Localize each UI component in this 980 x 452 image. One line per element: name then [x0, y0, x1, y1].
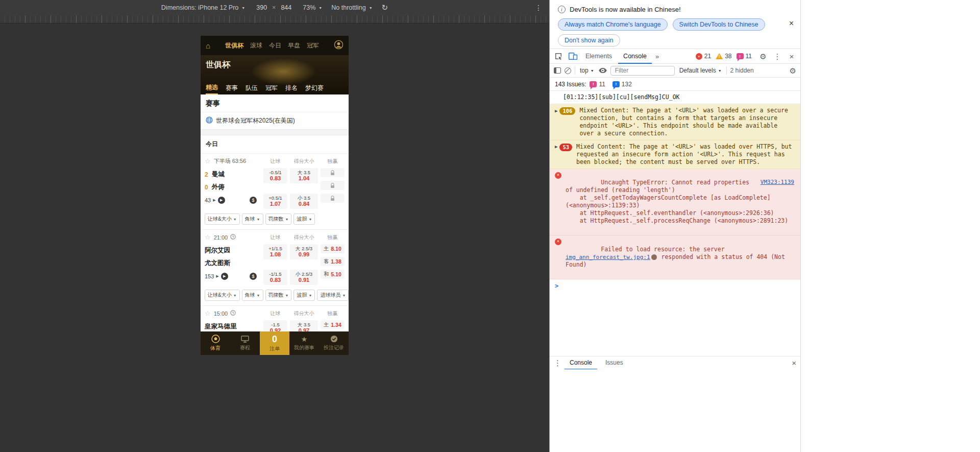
log-levels-selector[interactable]: Default levels ▼	[678, 67, 723, 74]
nav-live[interactable]: 滚球	[250, 41, 262, 50]
tab-teams[interactable]: 队伍	[246, 81, 258, 94]
win-odds-cell[interactable]: 和 5.10	[321, 270, 345, 279]
handicap-odds-cell[interactable]: +1/1.5 1.08	[263, 244, 287, 259]
nav-today[interactable]: 今日	[269, 41, 281, 50]
viewport-height-input[interactable]: 844	[279, 4, 293, 12]
hidden-messages-label[interactable]: 2 hidden	[730, 67, 754, 74]
page-messages-count[interactable]: ! 132	[612, 81, 632, 88]
page-errors-count[interactable]: ! 11	[590, 81, 605, 88]
tab-ranking[interactable]: 排名	[285, 81, 298, 94]
favorite-star-icon[interactable]: ☆	[205, 233, 211, 241]
drawer-menu-icon[interactable]: ⋮	[554, 359, 561, 367]
odds-value: 1.04	[299, 175, 309, 182]
console-prompt-row[interactable]: >	[550, 279, 800, 293]
dont-show-again-button[interactable]: Don't show again	[558, 34, 620, 46]
handicap-odds-cell[interactable]: -0.5/1 0.83	[263, 168, 287, 183]
drawer-tab-console[interactable]: Console	[565, 356, 597, 370]
market-dropdown[interactable]: 角球▼	[242, 213, 263, 225]
resource-hint-icon[interactable]	[651, 254, 657, 260]
bottomnav-bet-history[interactable]: 投注记录	[319, 331, 349, 355]
market-dropdown[interactable]: 罚牌数▼	[265, 213, 292, 225]
handicap-odds-cell[interactable]: -1/1.5 0.83	[263, 270, 287, 285]
tab-featured[interactable]: 精选	[206, 81, 218, 94]
expand-icon[interactable]: ▶	[555, 144, 557, 150]
chevron-down-icon: ▼	[369, 6, 373, 10]
match-status: 下半场 63:56	[214, 157, 247, 165]
market-dropdown[interactable]: 波胆▼	[293, 213, 315, 225]
profile-icon[interactable]	[334, 40, 344, 52]
device-select[interactable]: Dimensions: iPhone 12 Pro ▼	[161, 4, 245, 11]
console-sidebar-icon[interactable]	[554, 67, 561, 74]
market-dropdown[interactable]: 罚牌数▼	[265, 290, 292, 301]
bottomnav-label: 注单	[270, 345, 280, 352]
league-row[interactable]: 世界球会冠军杯2025(在美国)	[201, 112, 349, 129]
expand-icon[interactable]: ▶	[555, 108, 557, 114]
console-settings-gear-icon[interactable]: ⚙	[790, 67, 796, 75]
viewport-width-input[interactable]: 390	[254, 4, 269, 12]
nav-club-world-cup[interactable]: 世俱杯	[225, 41, 243, 50]
handicap-odds-cell[interactable]: +0.5/1 1.07	[263, 194, 287, 209]
tab-fantasy[interactable]: 梦幻赛	[305, 81, 324, 94]
win-odds-cell[interactable]: 主 8.10	[321, 244, 345, 253]
more-tabs-icon[interactable]: »	[653, 53, 662, 60]
exclamation-glyph: !	[616, 82, 617, 86]
market-dropdown[interactable]: 波胆▼	[293, 290, 315, 301]
tab-console[interactable]: Console	[618, 49, 652, 64]
bottomnav-schedule[interactable]: 赛程	[230, 331, 260, 355]
bottomnav-betslip[interactable]: 0 注单	[260, 331, 289, 355]
ou-odds-cell[interactable]: 大 3.5 1.04	[290, 168, 318, 183]
col-header-win: 独赢	[321, 310, 345, 317]
rotate-viewport-icon[interactable]: ↻	[382, 3, 388, 12]
clear-console-icon[interactable]	[565, 67, 571, 74]
source-link[interactable]: VM323:1139	[761, 179, 794, 186]
infobar-close-icon[interactable]: ×	[789, 19, 794, 28]
dropdown-label: 罚牌数	[268, 216, 284, 223]
home-icon[interactable]: ⌂	[206, 41, 210, 50]
devtools-close-icon[interactable]: ×	[785, 50, 798, 62]
market-dropdown[interactable]: 让球&大小▼	[205, 213, 240, 225]
chevron-down-icon: ▼	[241, 6, 245, 10]
nav-early[interactable]: 早盘	[288, 41, 300, 50]
context-selector[interactable]: top ▼	[579, 67, 595, 74]
console-filter-input[interactable]	[610, 66, 675, 76]
favorite-star-icon[interactable]: ☆	[205, 157, 211, 165]
devtools-panel: i DevTools is now available in Chinese! …	[549, 0, 800, 452]
devtools-menu-icon[interactable]: ⋮	[771, 50, 784, 62]
dropdown-label: 让球&大小	[208, 216, 232, 223]
team-name: 曼城	[212, 170, 225, 179]
market-dropdown[interactable]: 角球▼	[242, 290, 263, 301]
device-toolbar-toggle-icon[interactable]	[566, 50, 579, 62]
favorite-star-icon[interactable]: ☆	[205, 310, 211, 317]
match-language-button[interactable]: Always match Chrome's language	[558, 18, 668, 31]
market-dropdown[interactable]: 让球&大小▼	[205, 290, 240, 301]
tab-champion[interactable]: 冠军	[265, 81, 278, 94]
drawer-tab-issues[interactable]: Issues	[600, 356, 628, 370]
check-circle-icon	[330, 335, 338, 343]
win-odds-cell[interactable]: 主 1.34	[321, 320, 345, 329]
issues-count[interactable]: ! 11	[737, 53, 752, 60]
resource-link[interactable]: img_ann_forecast_tw.jpg:1	[566, 254, 650, 260]
market-dropdown[interactable]: 进球球员▼	[317, 290, 349, 301]
horizontal-ruler	[0, 15, 549, 23]
more-markets-row[interactable]: 153 ▶ ▶ $	[205, 270, 261, 282]
drawer-close-icon[interactable]: ×	[792, 359, 796, 367]
win-odds-cell[interactable]: 客 1.38	[321, 257, 345, 266]
warning-count[interactable]: ! 38	[716, 53, 731, 60]
throttling-select[interactable]: No throttling ▼	[331, 4, 372, 11]
settings-gear-icon[interactable]: ⚙	[756, 50, 770, 62]
ou-odds-cell[interactable]: 小 3.5 0.84	[290, 194, 318, 209]
more-markets-row[interactable]: 43 ▶ ▶ $	[205, 194, 261, 206]
ou-odds-cell[interactable]: 大 2.5/3 0.99	[290, 244, 318, 259]
tab-events[interactable]: 赛事	[226, 81, 238, 94]
zoom-select[interactable]: 73% ▼	[303, 4, 322, 11]
inspect-element-icon[interactable]	[552, 50, 565, 62]
tab-elements[interactable]: Elements	[580, 49, 617, 64]
bottomnav-sports[interactable]: 体育	[201, 331, 230, 355]
toolbar-more-icon[interactable]: ⋮	[535, 0, 542, 15]
ou-odds-cell[interactable]: 小 2.5/3 0.91	[290, 270, 318, 285]
eye-icon[interactable]	[599, 66, 607, 75]
switch-to-chinese-button[interactable]: Switch DevTools to Chinese	[673, 18, 765, 31]
bottomnav-my-events[interactable]: ★ 我的赛事	[289, 331, 319, 355]
nav-outright[interactable]: 冠军	[307, 41, 319, 50]
error-count[interactable]: × 21	[696, 53, 711, 60]
